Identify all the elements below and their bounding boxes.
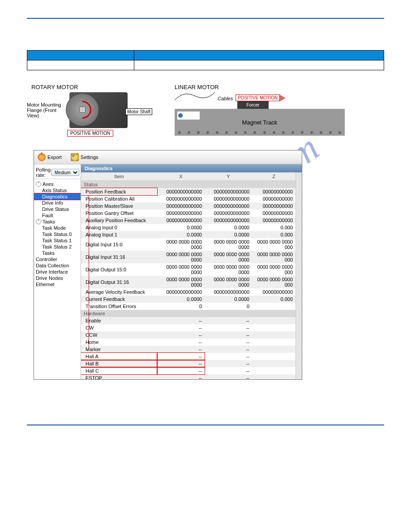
- cable-curve-icon: [175, 90, 215, 101]
- cables-label: Cables: [218, 96, 233, 101]
- tree-task-status-2[interactable]: Task Status 2: [34, 244, 81, 250]
- nav-tree: ˄Axes Axis Status Diagnostics Drive Info…: [34, 181, 81, 287]
- magnet-track-label: Magnet Track: [242, 119, 278, 126]
- export-label: Export: [47, 154, 62, 160]
- table-row: Home----: [81, 339, 295, 346]
- tree-data-collection[interactable]: Data Collection: [34, 262, 81, 269]
- tree-task-mode[interactable]: Task Mode: [34, 225, 81, 231]
- rotary-motor-graphic: Motor Shaft: [69, 92, 128, 128]
- tree-ethernet[interactable]: Ethernet: [34, 281, 81, 287]
- tree-tasks-group[interactable]: ˄Tasks: [34, 219, 81, 225]
- tree-fault[interactable]: Fault: [34, 212, 81, 219]
- table-row: Digital Output 31:160000 0000 0000 00000…: [81, 276, 295, 288]
- chevron-collapse-icon: ˄: [36, 181, 41, 187]
- col-y[interactable]: Y: [205, 172, 252, 181]
- settings-label: Settings: [81, 154, 98, 160]
- tree-diagnostics[interactable]: Diagnostics: [34, 193, 81, 200]
- section-header: Status: [81, 181, 295, 189]
- table-row: Position Master/Slave0000000000000000000…: [81, 202, 295, 210]
- table-row: Digital Input 31:160000 0000 0000 000000…: [81, 251, 295, 263]
- motor-shaft-label: Motor Shaft: [125, 108, 152, 115]
- export-button[interactable]: Export: [38, 153, 62, 161]
- linear-positive-motion-label: POSITIVE MOTION: [235, 94, 280, 101]
- table-row: Position Feedback00000000000000000000000…: [81, 188, 295, 195]
- table-row: Digital Output 15:00000 0000 0000 000000…: [81, 263, 295, 276]
- footer-rule: [27, 425, 384, 425]
- export-icon: [38, 153, 46, 161]
- table-row: Marker----: [81, 346, 295, 353]
- tree-drive-nodes[interactable]: Drive Nodes: [34, 275, 81, 281]
- tree-pane: Polling rate: Medium ˄Axes Axis Status D…: [34, 164, 81, 379]
- section-header: Hardware: [81, 310, 295, 317]
- table-row: Auxiliary Position Feedback0000000000000…: [81, 217, 295, 224]
- rotary-motor-title: ROTARY MOTOR: [31, 84, 152, 90]
- diagnostics-pane-title: Diagnostics: [81, 164, 302, 172]
- tree-drive-interface[interactable]: Drive Interface: [34, 269, 81, 275]
- rotary-positive-motion-label: POSITIVE MOTION: [67, 130, 113, 137]
- linear-motor-title: LINEAR MOTOR: [175, 84, 219, 90]
- table-row: CW----: [81, 324, 295, 331]
- tree-drive-info[interactable]: Drive Info: [34, 200, 81, 206]
- magnet-track: Magnet Track: [175, 109, 345, 136]
- rotation-arrow-icon: [70, 97, 95, 123]
- table-row: Hall C----: [81, 367, 295, 374]
- mounting-flange-label: Motor Mounting Flange (Front View): [27, 102, 67, 118]
- tree-drive-status[interactable]: Drive Status: [34, 206, 81, 212]
- table-row: Current Feedback0.00000.00000.000: [81, 296, 295, 303]
- tree-task-status-1[interactable]: Task Status 1: [34, 237, 81, 244]
- settings-icon: [71, 153, 79, 161]
- table-row: Hall A----: [81, 353, 295, 360]
- polling-rate-select[interactable]: Medium: [51, 169, 79, 176]
- col-x[interactable]: X: [157, 172, 205, 181]
- table-row: CCW----: [81, 331, 295, 339]
- diagnostics-window: Export Settings Polling rate: Medium ˄Ax…: [34, 150, 302, 380]
- forcer-label: Forcer: [237, 101, 269, 109]
- table-row: Analog Input 10.00000.00000.000: [81, 231, 295, 238]
- highlight-connector: [89, 195, 89, 348]
- table-row: Analog Input 00.00000.00000.000: [81, 224, 295, 231]
- settings-button[interactable]: Settings: [71, 153, 98, 161]
- table-row: ESTOP----: [81, 374, 295, 379]
- chevron-collapse-icon: ˄: [36, 219, 41, 224]
- table-row: Position Gantry Offset000000000000000000…: [81, 210, 295, 217]
- rotary-motor-diagram: ROTARY MOTOR Motor Mounting Flange (Fron…: [27, 84, 152, 137]
- diagnostics-table: Item X Y Z StatusPosition Feedback000000…: [81, 172, 295, 379]
- diagnostics-pane: Diagnostics Item X Y Z: [81, 164, 302, 379]
- table-row: Position Calibration All0000000000000000…: [81, 195, 295, 202]
- tree-controller[interactable]: Controller: [34, 256, 81, 262]
- col-item[interactable]: Item: [81, 172, 157, 181]
- tree-task-status-0[interactable]: Task Status 0: [34, 231, 81, 237]
- table-row: Hall B----: [81, 360, 295, 367]
- table-row: Digital Input 15:00000 0000 0000 0000000…: [81, 238, 295, 251]
- col-z[interactable]: Z: [252, 172, 295, 181]
- table-row: Transition Offset Errors00: [81, 303, 295, 310]
- header-rule: [27, 18, 384, 19]
- table-row: Average Velocity Feedback000000000000000…: [81, 288, 295, 296]
- track-badge-icon: [177, 112, 200, 120]
- toolbar: Export Settings: [34, 150, 302, 164]
- highlight-connector: [84, 195, 89, 196]
- tree-axes-group[interactable]: ˄Axes: [34, 181, 81, 187]
- tree-axis-status[interactable]: Axis Status: [34, 187, 81, 193]
- tree-tasks-leaf[interactable]: Tasks: [34, 250, 81, 256]
- header-table: [27, 50, 384, 70]
- polling-rate-label: Polling rate:: [36, 167, 51, 178]
- linear-motor-diagram: LINEAR MOTOR Cables POSITIVE MOTION Forc…: [175, 84, 345, 136]
- motor-diagrams: ROTARY MOTOR Motor Mounting Flange (Fron…: [27, 84, 384, 137]
- table-row: Enable----: [81, 317, 295, 324]
- vertical-scrollbar[interactable]: [295, 172, 302, 379]
